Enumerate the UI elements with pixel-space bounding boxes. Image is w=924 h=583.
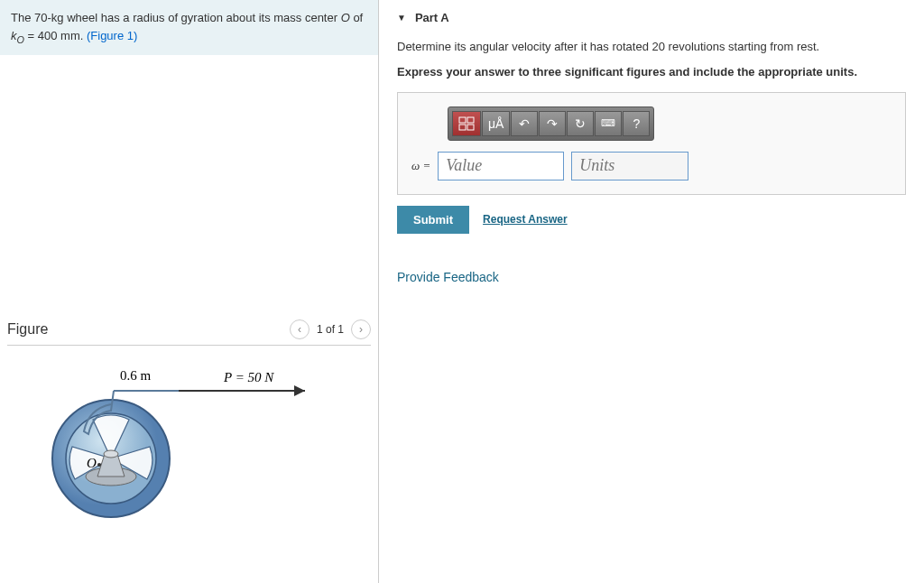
svg-rect-10 (459, 125, 466, 130)
formula-toolbar: μÅ ↶ ↷ ↻ ⌨ ? (448, 106, 654, 141)
right-panel: ▼ Part A Determine its angular velocity … (379, 0, 924, 583)
figure-title: Figure (7, 321, 48, 338)
force-label: P = 50 N (223, 370, 274, 384)
answer-box: μÅ ↶ ↷ ↻ ⌨ ? ω = (397, 92, 906, 195)
question-text: Determine its angular velocity after it … (397, 38, 906, 56)
svg-rect-8 (459, 117, 466, 123)
template-formula-button[interactable] (452, 111, 481, 136)
prev-figure-button[interactable]: ‹ (290, 319, 310, 339)
value-input[interactable] (438, 152, 564, 180)
svg-rect-11 (467, 125, 474, 130)
feedback-link[interactable]: Provide Feedback (397, 270, 906, 284)
next-figure-button[interactable]: › (351, 319, 371, 339)
request-answer-link[interactable]: Request Answer (483, 213, 568, 226)
submit-button[interactable]: Submit (397, 206, 469, 234)
radius-label: 0.6 m (120, 368, 152, 383)
svg-marker-1 (294, 385, 305, 396)
figure-header: Figure ‹ 1 of 1 › (7, 319, 371, 346)
units-input[interactable] (571, 152, 688, 180)
redo-button[interactable]: ↷ (539, 111, 566, 136)
figure-section: Figure ‹ 1 of 1 › 0.6 m P = 50 N (0, 319, 378, 529)
figure-link[interactable]: (Figure 1) (87, 29, 137, 42)
special-chars-button[interactable]: μÅ (482, 111, 510, 136)
collapse-icon: ▼ (397, 13, 406, 23)
figure-diagram: 0.6 m P = 50 N (7, 364, 371, 529)
problem-statement: The 70-kg wheel has a radius of gyration… (0, 0, 378, 55)
answer-input-row: ω = (411, 152, 892, 180)
keyboard-button[interactable]: ⌨ (595, 111, 622, 136)
part-header[interactable]: ▼ Part A (397, 11, 906, 24)
svg-rect-9 (467, 117, 474, 123)
svg-point-7 (97, 463, 101, 467)
omega-label: ω = (411, 159, 430, 173)
left-panel: The 70-kg wheel has a radius of gyration… (0, 0, 379, 583)
figure-counter: 1 of 1 (317, 323, 344, 336)
figure-nav: ‹ 1 of 1 › (290, 319, 371, 339)
reset-button[interactable]: ↻ (567, 111, 594, 136)
help-button[interactable]: ? (623, 111, 650, 136)
undo-button[interactable]: ↶ (511, 111, 538, 136)
svg-point-5 (104, 450, 118, 458)
instruction-text: Express your answer to three significant… (397, 65, 906, 79)
problem-text: The 70-kg wheel has a radius of gyration… (11, 11, 363, 42)
action-row: Submit Request Answer (397, 206, 906, 234)
center-label: O (87, 456, 97, 470)
part-label: Part A (415, 11, 449, 24)
